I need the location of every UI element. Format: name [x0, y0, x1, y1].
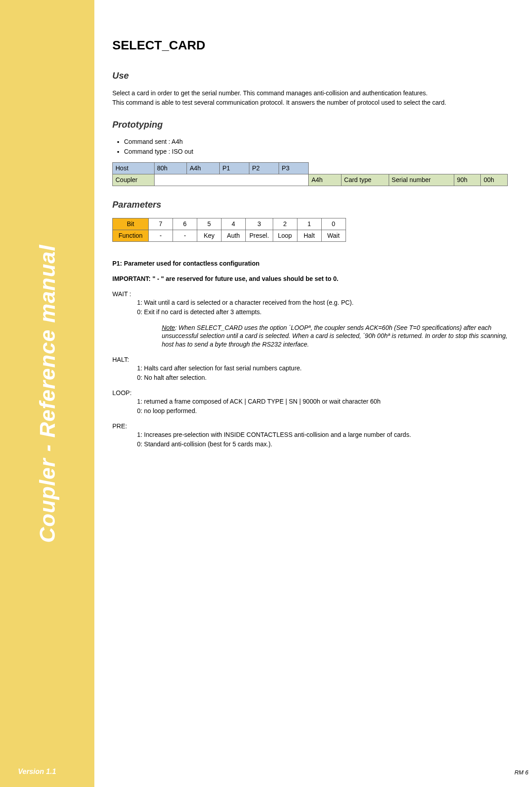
protocol-table: Host 80h A4h P1 P2 P3 Coupler A4h Card t… — [112, 162, 508, 186]
page-number: RM 6 — [514, 769, 528, 776]
func-5: Key — [197, 230, 222, 241]
host-c3: P1 — [219, 162, 249, 174]
prototyping-bullets: Command sent : A4h Command type : ISO ou… — [124, 138, 508, 155]
halt-1: 1: Halts card after selection for fast s… — [137, 364, 508, 373]
p1-subheading: P1: Parameter used for contactless confi… — [112, 260, 508, 267]
function-row: Function - - Key Auth Presel. Loop Halt … — [113, 230, 346, 241]
bit-6: 6 — [173, 218, 197, 230]
use-p2: This command is able to test several com… — [112, 98, 508, 107]
pre-1: 1: Increases pre-selection with INSIDE C… — [137, 431, 508, 439]
coupler-r2: Card type — [341, 174, 389, 186]
wait-1: 1: Wait until a card is selected or a ch… — [137, 298, 508, 307]
sidebar: Coupler - Reference manual Version 1.1 — [0, 0, 94, 787]
use-section: Use Select a card in order to get the se… — [112, 71, 508, 107]
bit-4: 4 — [222, 218, 246, 230]
loop-group: LOOP: 1: returned a frame composed of AC… — [112, 389, 508, 415]
coupler-label: Coupler — [113, 174, 155, 186]
bit-2: 2 — [273, 218, 297, 230]
halt-group: HALT: 1: Halts card after selection for … — [112, 356, 508, 382]
wait-label: WAIT : — [112, 290, 508, 298]
func-1: Halt — [297, 230, 321, 241]
prototyping-section: Prototyping Command sent : A4h Command t… — [112, 120, 508, 186]
func-3: Presel. — [246, 230, 273, 241]
loop-0: 0: no loop performed. — [137, 407, 508, 415]
page-title: SELECT_CARD — [112, 38, 508, 53]
pre-label: PRE: — [112, 422, 508, 430]
function-label: Function — [113, 230, 149, 241]
parameters-table: Bit 7 6 5 4 3 2 1 0 Function - - Key Aut… — [112, 218, 346, 242]
pre-group: PRE: 1: Increases pre-selection with INS… — [112, 422, 508, 449]
host-row: Host 80h A4h P1 P2 P3 — [113, 162, 508, 174]
bullet-item: Command sent : A4h — [124, 138, 508, 145]
coupler-r3: Serial number — [389, 174, 454, 186]
func-4: Auth — [222, 230, 246, 241]
sidebar-title: Coupler - Reference manual — [35, 245, 60, 543]
func-2: Loop — [273, 230, 297, 241]
pre-0: 0: Standard anti-collision (best for 5 c… — [137, 440, 508, 449]
wait-group: WAIT : 1: Wait until a card is selected … — [112, 290, 508, 349]
loop-label: LOOP: — [112, 389, 508, 396]
coupler-r1: A4h — [309, 174, 341, 186]
parameters-section: Parameters Bit 7 6 5 4 3 2 1 0 Function … — [112, 200, 508, 449]
use-heading: Use — [112, 71, 508, 81]
use-p1: Select a card in order to get the serial… — [112, 89, 508, 98]
note-label: Note — [162, 324, 175, 331]
parameters-heading: Parameters — [112, 200, 508, 210]
loop-1: 1: returned a frame composed of ACK | CA… — [137, 397, 508, 406]
empty-cell — [154, 174, 309, 186]
host-c2: A4h — [187, 162, 220, 174]
coupler-r5: 00h — [481, 174, 508, 186]
important-note: IMPORTANT: " - " are reserved for future… — [112, 275, 508, 282]
version-label: Version 1.1 — [18, 768, 56, 776]
main-content: SELECT_CARD Use Select a card in order t… — [112, 38, 508, 461]
func-0: Wait — [321, 230, 346, 241]
note-body: : When SELECT_CARD uses the option ´LOOP… — [162, 324, 507, 348]
host-c4: P2 — [249, 162, 279, 174]
host-label: Host — [113, 162, 155, 174]
empty-cell — [309, 162, 508, 174]
coupler-row: Coupler A4h Card type Serial number 90h … — [113, 174, 508, 186]
bit-1: 1 — [297, 218, 321, 230]
wait-0: 0: Exit if no card is detected after 3 a… — [137, 308, 508, 316]
prototyping-heading: Prototyping — [112, 120, 508, 130]
bit-5: 5 — [197, 218, 222, 230]
bit-row: Bit 7 6 5 4 3 2 1 0 — [113, 218, 346, 230]
bit-7: 7 — [149, 218, 173, 230]
wait-note: Note: When SELECT_CARD uses the option ´… — [162, 324, 508, 349]
halt-0: 0: No halt after selection. — [137, 373, 508, 382]
host-c1: 80h — [154, 162, 187, 174]
halt-label: HALT: — [112, 356, 508, 363]
coupler-r4: 90h — [454, 174, 480, 186]
bit-0: 0 — [321, 218, 346, 230]
bit-label: Bit — [113, 218, 149, 230]
bullet-item: Command type : ISO out — [124, 148, 508, 155]
bit-3: 3 — [246, 218, 273, 230]
host-c5: P3 — [279, 162, 309, 174]
func-6: - — [173, 230, 197, 241]
func-7: - — [149, 230, 173, 241]
